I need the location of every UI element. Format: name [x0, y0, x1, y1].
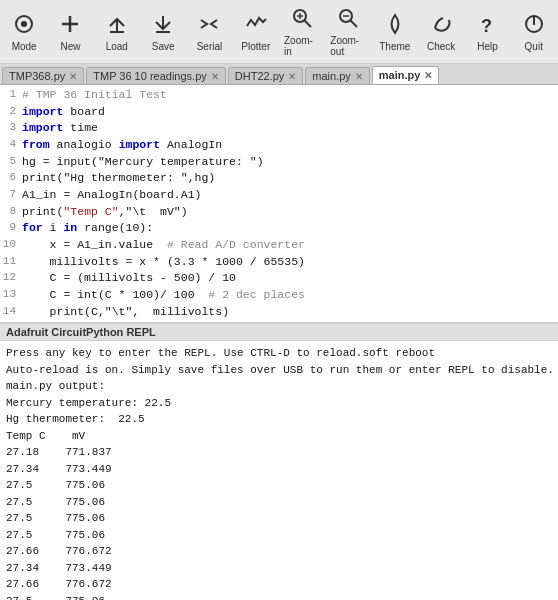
- new-icon: [58, 12, 82, 40]
- serial-line: 27.34 773.449: [6, 461, 552, 478]
- plotter-label: Plotter: [241, 41, 270, 52]
- tab-3[interactable]: main.py✕: [305, 67, 370, 84]
- save-label: Save: [152, 41, 175, 52]
- zoom-in-label: Zoom-in: [284, 35, 320, 57]
- code-line: 13 C = int(C * 100)/ 100 # 2 dec places: [0, 287, 558, 304]
- line-number: 13: [0, 287, 22, 303]
- toolbar-btn-help[interactable]: ?Help: [465, 10, 509, 54]
- serial-line: main.py output:: [6, 378, 552, 395]
- line-content: print("Temp C","\t mV"): [22, 204, 558, 221]
- code-line: 12 C = (millivolts - 500) / 10: [0, 270, 558, 287]
- tab-0[interactable]: TMP368.py✕: [2, 67, 84, 84]
- toolbar-btn-zoom-in[interactable]: Zoom-in: [280, 4, 324, 59]
- line-content: import time: [22, 120, 558, 137]
- tab-close-0[interactable]: ✕: [69, 71, 77, 82]
- tab-4[interactable]: main.py✕: [372, 66, 440, 84]
- serial-line: 27.5 775.06: [6, 510, 552, 527]
- tabs-bar: TMP368.py✕TMP 36 10 readings.py✕DHT22.py…: [0, 64, 558, 85]
- line-number: 14: [0, 304, 22, 320]
- toolbar-btn-plotter[interactable]: Plotter: [234, 10, 278, 54]
- line-number: 5: [0, 154, 22, 170]
- zoom-out-label: Zoom-out: [330, 35, 366, 57]
- code-line: 5hg = input("Mercury temperature: "): [0, 154, 558, 171]
- serial-output[interactable]: Press any key to enter the REPL. Use CTR…: [0, 341, 558, 600]
- line-number: 3: [0, 120, 22, 136]
- line-content: for i in range(10):: [22, 220, 558, 237]
- tab-close-3[interactable]: ✕: [355, 71, 363, 82]
- tab-label-3: main.py: [312, 70, 351, 82]
- serial-label: Serial: [197, 41, 223, 52]
- toolbar-btn-mode[interactable]: Mode: [2, 10, 46, 54]
- tab-close-1[interactable]: ✕: [211, 71, 219, 82]
- code-line: 9for i in range(10):: [0, 220, 558, 237]
- theme-label: Theme: [379, 41, 410, 52]
- code-line: 3import time: [0, 120, 558, 137]
- serial-header: Adafruit CircuitPython REPL: [0, 323, 558, 341]
- serial-line: Temp C mV: [6, 428, 552, 445]
- line-number: 4: [0, 137, 22, 153]
- code-line: 1# TMP 36 Initial Test: [0, 87, 558, 104]
- code-line: 8print("Temp C","\t mV"): [0, 204, 558, 221]
- mode-label: Mode: [12, 41, 37, 52]
- theme-icon: [383, 12, 407, 40]
- svg-line-13: [351, 21, 358, 28]
- toolbar-btn-check[interactable]: Check: [419, 10, 463, 54]
- line-number: 10: [0, 237, 22, 253]
- line-content: # TMP 36 Initial Test: [22, 87, 558, 104]
- plotter-icon: [244, 12, 268, 40]
- code-line: 10 x = A1_in.value # Read A/D converter: [0, 237, 558, 254]
- check-label: Check: [427, 41, 455, 52]
- tab-label-2: DHT22.py: [235, 70, 285, 82]
- line-number: 12: [0, 270, 22, 286]
- help-label: Help: [477, 41, 498, 52]
- tab-1[interactable]: TMP 36 10 readings.py✕: [86, 67, 226, 84]
- toolbar-btn-quit[interactable]: Quit: [512, 10, 556, 54]
- serial-line: 27.5 775.06: [6, 494, 552, 511]
- svg-text:?: ?: [481, 16, 492, 36]
- toolbar: ModeNewLoadSaveSerialPlotterZoom-inZoom-…: [0, 0, 558, 64]
- tab-label-1: TMP 36 10 readings.py: [93, 70, 207, 82]
- serial-line: 27.34 773.449: [6, 560, 552, 577]
- svg-line-9: [305, 21, 312, 28]
- save-icon: [151, 12, 175, 40]
- serial-line: 27.66 776.672: [6, 576, 552, 593]
- toolbar-btn-save[interactable]: Save: [141, 10, 185, 54]
- toolbar-btn-theme[interactable]: Theme: [373, 10, 417, 54]
- toolbar-btn-serial[interactable]: Serial: [187, 10, 231, 54]
- toolbar-btn-new[interactable]: New: [48, 10, 92, 54]
- serial-line: Press any key to enter the REPL. Use CTR…: [6, 345, 552, 362]
- line-content: print(C,"\t", millivolts): [22, 304, 558, 321]
- tab-close-4[interactable]: ✕: [424, 70, 432, 81]
- line-number: 2: [0, 104, 22, 120]
- code-line: 2import board: [0, 104, 558, 121]
- check-icon: [429, 12, 453, 40]
- serial-line: 27.18 771.837: [6, 444, 552, 461]
- svg-point-1: [21, 21, 27, 27]
- tab-2[interactable]: DHT22.py✕: [228, 67, 304, 84]
- new-label: New: [60, 41, 80, 52]
- line-content: hg = input("Mercury temperature: "): [22, 154, 558, 171]
- line-number: 6: [0, 170, 22, 186]
- tab-label-4: main.py: [379, 69, 421, 81]
- serial-line: 27.5 775.06: [6, 477, 552, 494]
- line-content: from analogio import AnalogIn: [22, 137, 558, 154]
- toolbar-btn-zoom-out[interactable]: Zoom-out: [326, 4, 370, 59]
- line-number: 8: [0, 204, 22, 220]
- tab-label-0: TMP368.py: [9, 70, 65, 82]
- code-line: 6print("Hg thermometer: ",hg): [0, 170, 558, 187]
- tab-close-2[interactable]: ✕: [288, 71, 296, 82]
- line-content: A1_in = AnalogIn(board.A1): [22, 187, 558, 204]
- toolbar-btn-load[interactable]: Load: [95, 10, 139, 54]
- serial-line: Hg thermometer: 22.5: [6, 411, 552, 428]
- line-content: millivolts = x * (3.3 * 1000 / 65535): [22, 254, 558, 271]
- code-line: 7A1_in = AnalogIn(board.A1): [0, 187, 558, 204]
- quit-label: Quit: [525, 41, 543, 52]
- serial-line: Auto-reload is on. Simply save files ove…: [6, 362, 552, 379]
- code-line: 11 millivolts = x * (3.3 * 1000 / 65535): [0, 254, 558, 271]
- zoom-out-icon: [336, 6, 360, 34]
- line-content: C = (millivolts - 500) / 10: [22, 270, 558, 287]
- help-icon: ?: [475, 12, 499, 40]
- code-editor[interactable]: 1# TMP 36 Initial Test2import board3impo…: [0, 85, 558, 323]
- serial-line: 27.5 775.06: [6, 527, 552, 544]
- code-line: 14 print(C,"\t", millivolts): [0, 304, 558, 321]
